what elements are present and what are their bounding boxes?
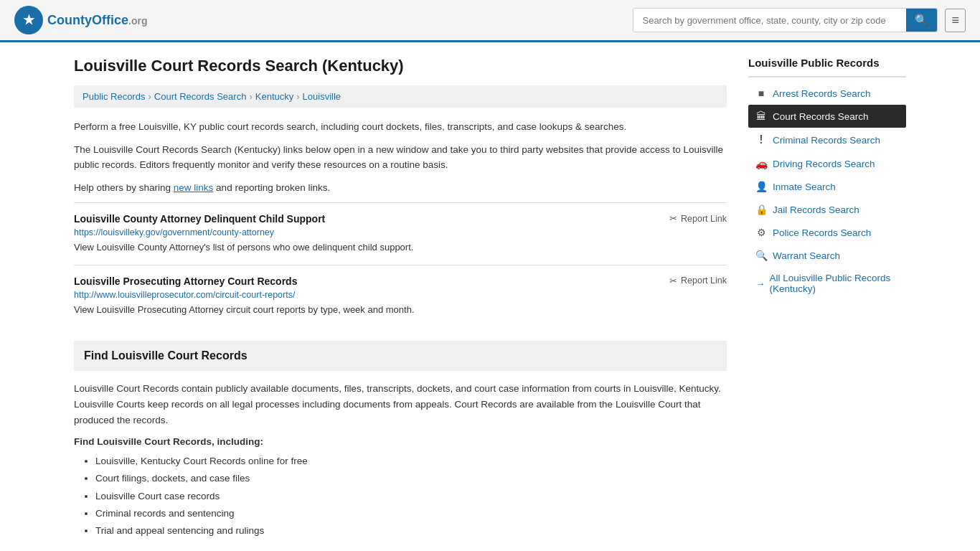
sidebar-item-warrant[interactable]: 🔍 Warrant Search	[748, 244, 906, 267]
list-item: Louisville, Kentucky Court Records onlin…	[95, 453, 727, 470]
sidebar-item-label: Warrant Search	[773, 250, 840, 261]
record-item-0: Louisville County Attorney Delinquent Ch…	[74, 202, 727, 265]
logo-icon: ★	[14, 6, 43, 34]
new-links-link[interactable]: new links	[174, 182, 214, 193]
search-input[interactable]	[633, 11, 906, 30]
sidebar-item-label: Inmate Search	[773, 182, 836, 192]
find-section-heading: Find Louisville Court Records	[84, 349, 717, 362]
record-desc-1: View Louisville Prosecuting Attorney cir…	[74, 303, 727, 317]
intro-para-2: The Louisville Court Records Search (Ken…	[74, 142, 727, 173]
breadcrumb-kentucky[interactable]: Kentucky	[255, 91, 293, 102]
sidebar-item-arrest[interactable]: ■ Arrest Records Search	[748, 82, 906, 105]
main-container: Louisville Court Records Search (Kentuck…	[60, 42, 920, 551]
record-url-0: https://louisvilleky.gov/government/coun…	[74, 227, 727, 237]
sidebar-item-label: Arrest Records Search	[773, 88, 871, 99]
sidebar-title: Louisville Public Records	[748, 57, 906, 77]
search-bar: 🔍	[633, 8, 938, 32]
intro-para-3: Help others by sharing new links and rep…	[74, 180, 727, 196]
sidebar-item-jail[interactable]: 🔒 Jail Records Search	[748, 198, 906, 221]
breadcrumb-public-records[interactable]: Public Records	[83, 91, 145, 102]
report-icon-1: ✂	[669, 276, 677, 286]
arrest-icon: ■	[755, 88, 767, 99]
sidebar-item-inmate[interactable]: 👤 Inmate Search	[748, 175, 906, 198]
criminal-icon: !	[755, 133, 767, 146]
report-icon-0: ✂	[669, 213, 677, 224]
report-link-btn-0[interactable]: ✂ Report Link	[669, 213, 727, 224]
logo: ★ CountyOffice.org	[14, 6, 147, 34]
record-item-1: Louisville Prosecuting Attorney Court Re…	[74, 265, 727, 327]
find-section: Find Louisville Court Records	[74, 341, 727, 371]
sidebar-item-police[interactable]: ⚙ Police Records Search	[748, 221, 906, 244]
header-right: 🔍 ≡	[633, 8, 966, 32]
intro-para-1: Perform a free Louisville, KY public cou…	[74, 119, 727, 135]
record-title-0[interactable]: Louisville County Attorney Delinquent Ch…	[74, 213, 325, 225]
find-including-label: Find Louisville Court Records, including…	[74, 436, 727, 447]
report-link-btn-1[interactable]: ✂ Report Link	[669, 276, 727, 286]
sidebar-item-label: Criminal Records Search	[773, 135, 880, 146]
list-item: Court filings, dockets, and case files	[95, 470, 727, 487]
search-button[interactable]: 🔍	[906, 9, 937, 32]
breadcrumb-louisville[interactable]: Louisville	[303, 91, 341, 102]
sidebar-item-label: Police Records Search	[773, 227, 871, 238]
record-desc-0: View Louisville County Attorney's list o…	[74, 240, 727, 255]
driving-icon: 🚗	[755, 158, 767, 169]
breadcrumb-court-records[interactable]: Court Records Search	[154, 91, 247, 102]
svg-text:★: ★	[23, 13, 35, 27]
content-area: Louisville Court Records Search (Kentuck…	[74, 57, 727, 540]
arrow-icon: →	[755, 278, 765, 289]
record-title-1[interactable]: Louisville Prosecuting Attorney Court Re…	[74, 276, 297, 287]
site-header: ★ CountyOffice.org 🔍 ≡	[0, 0, 980, 42]
police-icon: ⚙	[755, 227, 767, 238]
all-records-link[interactable]: → All Louisville Public Records (Kentuck…	[748, 267, 906, 300]
breadcrumb: Public Records › Court Records Search › …	[74, 85, 727, 108]
sidebar: Louisville Public Records ■ Arrest Recor…	[748, 57, 906, 540]
warrant-icon: 🔍	[755, 250, 767, 261]
jail-icon: 🔒	[755, 204, 767, 215]
inmate-icon: 👤	[755, 181, 767, 192]
list-item: Louisville Court case records	[95, 488, 727, 505]
sidebar-item-court[interactable]: 🏛 Court Records Search	[748, 105, 906, 128]
sidebar-item-criminal[interactable]: ! Criminal Records Search	[748, 128, 906, 152]
find-section-para: Louisville Court Records contain publicl…	[74, 381, 727, 428]
sidebar-item-label: Jail Records Search	[773, 204, 859, 215]
sidebar-item-label: Driving Records Search	[773, 159, 875, 169]
court-icon: 🏛	[755, 110, 767, 122]
list-item: Trial and appeal sentencing and rulings	[95, 522, 727, 540]
page-title: Louisville Court Records Search (Kentuck…	[74, 57, 727, 75]
sidebar-item-label: Court Records Search	[773, 111, 869, 122]
find-list: Louisville, Kentucky Court Records onlin…	[74, 453, 727, 540]
list-item: Criminal records and sentencing	[95, 505, 727, 522]
all-records-label: All Louisville Public Records (Kentucky)	[770, 273, 900, 294]
record-url-1: http://www.louisvilleprosecutor.com/circ…	[74, 290, 727, 300]
logo-text: CountyOffice.org	[47, 13, 147, 28]
sidebar-item-driving[interactable]: 🚗 Driving Records Search	[748, 152, 906, 175]
menu-button[interactable]: ≡	[945, 9, 966, 32]
